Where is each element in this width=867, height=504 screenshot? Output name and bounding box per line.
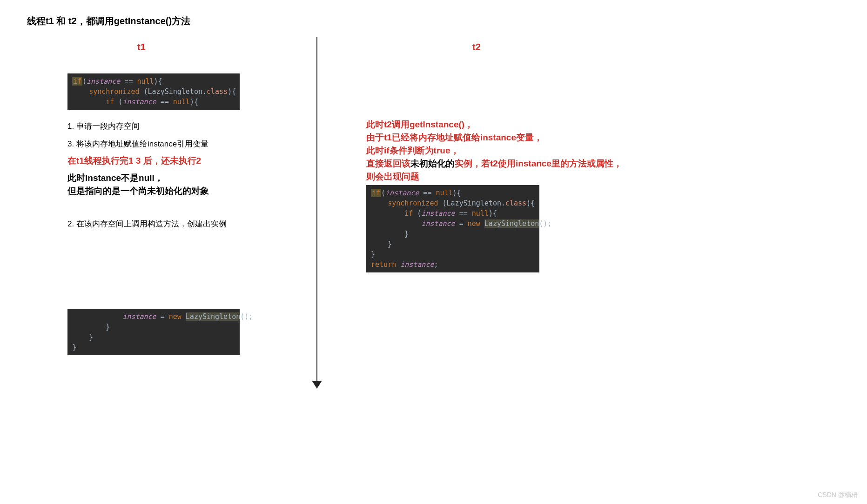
t1-step-2: 2. 在该内存空间上调用构造方法，创建出实例 bbox=[67, 219, 227, 229]
t2-note-3: 此时if条件判断为true， bbox=[366, 144, 459, 157]
t1-code-top: if(instance == null){ synchronized (Lazy… bbox=[67, 73, 240, 110]
t2-note-2: 由于t1已经将内存地址赋值给instance变量， bbox=[366, 131, 543, 144]
timeline-arrowhead-icon bbox=[312, 381, 322, 389]
t1-note-b2: 但是指向的是一个尚未初始化的对象 bbox=[67, 185, 209, 197]
t2-label: t2 bbox=[472, 42, 481, 53]
t1-code-bottom: instance = new LazySingleton(); } } } bbox=[67, 309, 240, 355]
page-title: 线程t1 和 t2，都调用getInstance()方法 bbox=[27, 15, 190, 27]
t2-note-4: 直接返回该未初始化的实例，若t2使用instance里的方法或属性， bbox=[366, 157, 622, 170]
t1-note-red: 在t1线程执行完1 3 后，还未执行2 bbox=[67, 155, 201, 167]
t1-step-1: 1. 申请一段内存空间 bbox=[67, 121, 140, 132]
t1-step-3: 3. 将该内存地址赋值给instance引用变量 bbox=[67, 139, 208, 149]
t1-label: t1 bbox=[137, 42, 146, 53]
timeline-axis bbox=[316, 37, 317, 384]
kw-if: if bbox=[72, 77, 82, 86]
watermark: CSDN @楠枬 bbox=[818, 491, 858, 499]
t1-note-b1: 此时instance不是null， bbox=[67, 172, 163, 184]
t2-code: if(instance == null){ synchronized (Lazy… bbox=[366, 185, 539, 272]
t2-note-1: 此时t2调用getInstance()， bbox=[366, 118, 473, 131]
t2-note-5: 则会出现问题 bbox=[366, 170, 419, 183]
